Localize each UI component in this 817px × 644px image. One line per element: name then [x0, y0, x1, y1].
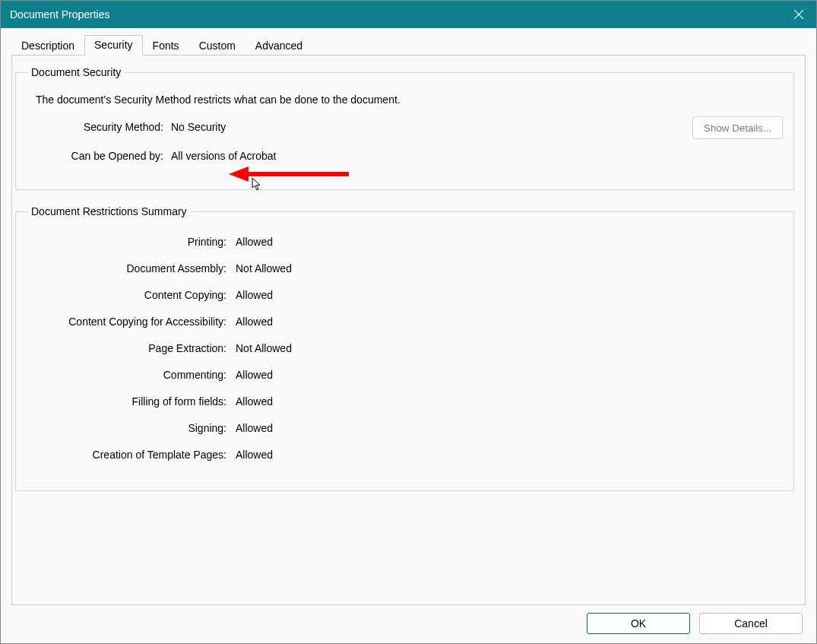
restrict-label-commenting: Commenting:: [27, 369, 236, 381]
restrict-row: Creation of Template Pages: Allowed: [27, 441, 783, 468]
restrict-label-printing: Printing:: [27, 236, 236, 248]
ok-button[interactable]: OK: [587, 613, 690, 634]
row-security-method: Security Method: No Security: [27, 121, 783, 133]
restrict-label-assembly: Document Assembly:: [27, 262, 236, 274]
dialog-footer: OK Cancel: [11, 605, 806, 634]
value-can-be-opened: All versions of Acrobat: [171, 150, 277, 162]
row-can-be-opened: Can be Opened by: All versions of Acroba…: [27, 150, 783, 162]
client-area: Description Security Fonts Custom Advanc…: [1, 28, 816, 643]
tab-advanced[interactable]: Advanced: [245, 36, 312, 56]
restrict-row: Content Copying for Accessibility: Allow…: [27, 308, 783, 335]
cursor-icon: [252, 177, 265, 191]
restrict-label-copying: Content Copying:: [27, 289, 236, 301]
tab-description[interactable]: Description: [11, 36, 84, 56]
security-description: The document's Security Method restricts…: [36, 94, 783, 106]
restrict-value-accessibility: Allowed: [236, 316, 273, 328]
label-security-method: Security Method:: [27, 121, 171, 133]
restrict-value-assembly: Not Allowed: [236, 262, 292, 274]
restrict-value-extraction: Not Allowed: [236, 342, 292, 354]
value-security-method: No Security: [171, 121, 226, 133]
tab-panel-security: Document Security The document's Securit…: [11, 55, 806, 605]
close-icon: [794, 10, 803, 19]
restrict-row: Page Extraction: Not Allowed: [27, 335, 783, 361]
group-title-restrictions: Document Restrictions Summary: [28, 205, 190, 217]
restrict-value-commenting: Allowed: [236, 369, 273, 381]
restrict-value-copying: Allowed: [236, 289, 273, 301]
restrict-label-extraction: Page Extraction:: [27, 342, 236, 354]
title-bar: Document Properties: [1, 1, 816, 28]
restrict-value-template: Allowed: [236, 449, 273, 461]
restrict-label-accessibility: Content Copying for Accessibility:: [27, 316, 236, 328]
restrict-row: Commenting: Allowed: [27, 361, 783, 388]
restrict-row: Printing: Allowed: [27, 228, 783, 255]
close-button[interactable]: [781, 1, 816, 28]
tab-strip: Description Security Fonts Custom Advanc…: [11, 36, 806, 56]
group-restrictions: Document Restrictions Summary Printing: …: [15, 205, 794, 491]
group-document-security: Document Security The document's Securit…: [15, 66, 794, 190]
arrow-head-icon: [229, 167, 249, 182]
tab-security[interactable]: Security: [84, 35, 143, 56]
cancel-button[interactable]: Cancel: [699, 613, 803, 634]
restrict-label-form-fields: Filling of form fields:: [27, 395, 236, 408]
restrict-row: Filling of form fields: Allowed: [27, 388, 783, 414]
tab-fonts[interactable]: Fonts: [143, 36, 189, 56]
restrict-label-template: Creation of Template Pages:: [27, 449, 236, 461]
dialog-window: Document Properties Description Security…: [0, 0, 817, 644]
restrict-value-printing: Allowed: [236, 236, 273, 248]
restrict-row: Content Copying: Allowed: [27, 281, 783, 308]
window-title: Document Properties: [10, 8, 110, 21]
tab-custom[interactable]: Custom: [189, 36, 245, 56]
restrict-row: Signing: Allowed: [27, 414, 783, 441]
group-title-security: Document Security: [28, 66, 124, 78]
restrict-row: Document Assembly: Not Allowed: [27, 255, 783, 281]
arrow-line-icon: [247, 172, 349, 176]
label-can-be-opened: Can be Opened by:: [27, 150, 171, 162]
show-details-button[interactable]: Show Details...: [692, 116, 783, 139]
restrict-value-signing: Allowed: [236, 422, 273, 434]
restrict-value-form-fields: Allowed: [236, 395, 273, 408]
restrict-label-signing: Signing:: [27, 422, 236, 434]
